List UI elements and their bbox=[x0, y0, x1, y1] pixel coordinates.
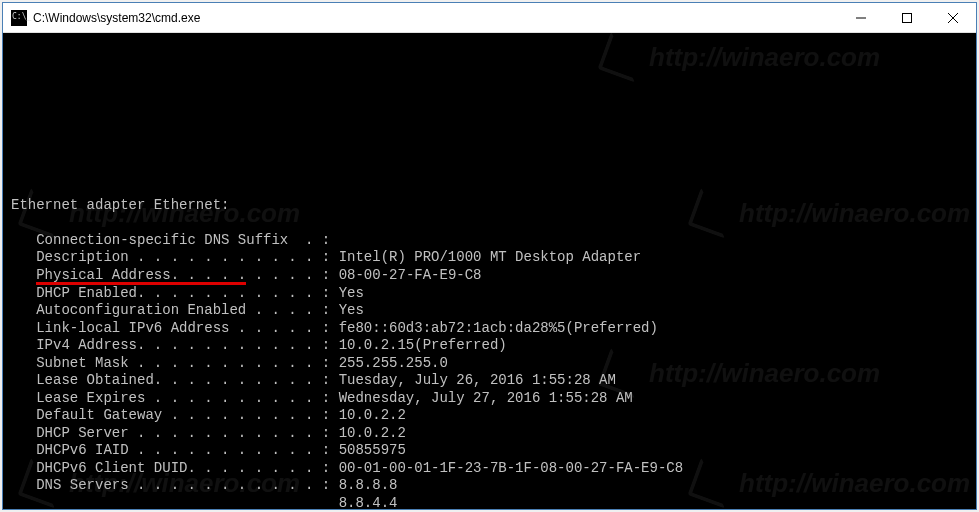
titlebar[interactable]: C:\Windows\system32\cmd.exe bbox=[3, 3, 976, 33]
adapter-header: Ethernet adapter Ethernet: bbox=[11, 197, 968, 215]
output-line: Link-local IPv6 Address . . . . . : fe80… bbox=[11, 320, 968, 338]
maximize-icon bbox=[902, 13, 912, 23]
output-line: Description . . . . . . . . . . . : Inte… bbox=[11, 249, 968, 267]
output-line: DHCP Enabled. . . . . . . . . . . : Yes bbox=[11, 285, 968, 303]
output-line: Subnet Mask . . . . . . . . . . . : 255.… bbox=[11, 355, 968, 373]
output-line: Autoconfiguration Enabled . . . . : Yes bbox=[11, 302, 968, 320]
blank-line bbox=[11, 214, 968, 232]
maximize-button[interactable] bbox=[884, 3, 930, 33]
output-line: Physical Address. . . . . . . . . : 08-0… bbox=[11, 267, 968, 285]
close-button[interactable] bbox=[930, 3, 976, 33]
svg-rect-1 bbox=[903, 13, 912, 22]
output-line: Default Gateway . . . . . . . . . : 10.0… bbox=[11, 407, 968, 425]
output-line: Connection-specific DNS Suffix . : bbox=[11, 232, 968, 250]
cmd-window: C:\Windows\system32\cmd.exe http://winae… bbox=[2, 2, 977, 510]
output-line: Lease Obtained. . . . . . . . . . : Tues… bbox=[11, 372, 968, 390]
close-icon bbox=[948, 13, 958, 23]
output-line: Lease Expires . . . . . . . . . . : Wedn… bbox=[11, 390, 968, 408]
output-line: IPv4 Address. . . . . . . . . . . : 10.0… bbox=[11, 337, 968, 355]
terminal-output[interactable]: http://winaero.com http://winaero.com ht… bbox=[3, 33, 976, 509]
minimize-button[interactable] bbox=[838, 3, 884, 33]
window-controls bbox=[838, 3, 976, 33]
output-line: DNS Servers . . . . . . . . . . . : 8.8.… bbox=[11, 477, 968, 495]
output-line: DHCP Server . . . . . . . . . . . : 10.0… bbox=[11, 425, 968, 443]
output-line: 8.8.4.4 bbox=[11, 495, 968, 510]
minimize-icon bbox=[856, 13, 866, 23]
output-line: DHCPv6 IAID . . . . . . . . . . . : 5085… bbox=[11, 442, 968, 460]
output-line: DHCPv6 Client DUID. . . . . . . . : 00-0… bbox=[11, 460, 968, 478]
cmd-icon bbox=[11, 10, 27, 26]
watermark: http://winaero.com bbox=[603, 37, 880, 77]
window-title: C:\Windows\system32\cmd.exe bbox=[33, 11, 838, 25]
